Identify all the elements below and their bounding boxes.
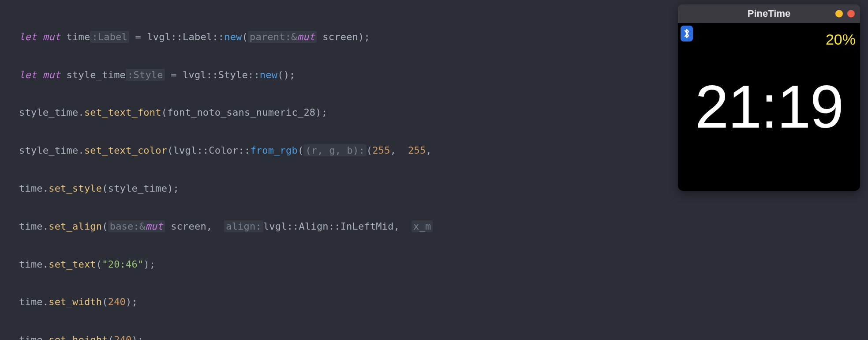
code-line: time.set_text("20:46");: [19, 255, 868, 274]
simulator-window[interactable]: PineTime 20% 21:19: [678, 4, 860, 191]
code-line: time.set_align(base:&mut screen, align:l…: [19, 217, 868, 236]
window-title: PineTime: [748, 4, 790, 23]
code-line: time.set_width(240);: [19, 293, 868, 312]
titlebar[interactable]: PineTime: [678, 4, 860, 23]
code-line: time.set_height(240);: [19, 331, 868, 340]
close-button[interactable]: [847, 10, 855, 18]
time-display: 21:19: [695, 47, 843, 166]
window-controls: [835, 10, 855, 18]
watch-face: 20% 21:19: [678, 23, 860, 191]
bluetooth-icon: [681, 26, 693, 42]
minimize-button[interactable]: [835, 10, 843, 18]
